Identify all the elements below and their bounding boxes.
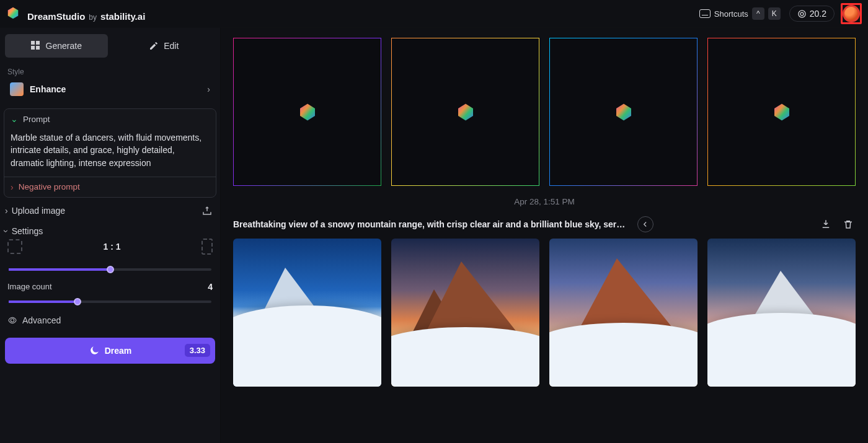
top-bar: DreamStudio by stability.ai Shortcuts ^ … — [0, 0, 868, 28]
style-selector[interactable]: Enhance › — [4, 77, 216, 101]
shortcut-key-1: ^ — [752, 7, 764, 20]
chevron-right-icon: › — [5, 206, 8, 216]
logo-hex-icon — [6, 6, 20, 20]
spinner-icon — [296, 101, 319, 123]
brand-logo[interactable]: DreamStudio by stability.ai — [6, 6, 145, 22]
user-avatar[interactable] — [843, 5, 860, 22]
credits-pill[interactable]: 20.2 — [789, 6, 835, 22]
negative-prompt-header[interactable]: › Negative prompt — [4, 177, 216, 197]
svg-marker-4 — [458, 103, 473, 120]
spinner-icon — [771, 101, 793, 123]
tab-edit-label: Edit — [164, 41, 179, 51]
prompt-block: ⌄ Prompt Marble statue of a dancers, wit… — [4, 108, 216, 198]
moon-icon — [89, 345, 100, 356]
canvas-area: Apr 28, 1:51 PM Breathtaking view of a s… — [221, 28, 868, 443]
generating-slot — [549, 38, 698, 186]
upload-image-label: Upload image — [12, 206, 202, 216]
dream-button[interactable]: Dream 3.33 — [5, 338, 215, 364]
image-count-value: 4 — [208, 282, 213, 292]
result-thumbnail[interactable] — [233, 239, 381, 387]
aspect-landscape-icon[interactable] — [7, 239, 22, 254]
aspect-slider[interactable] — [0, 255, 220, 273]
negative-prompt-title: Negative prompt — [19, 182, 80, 191]
spinner-icon — [454, 101, 477, 123]
prompt-title: Prompt — [23, 115, 50, 124]
history-prompt-text: Breathtaking view of a snowy mountain ra… — [233, 219, 630, 229]
arrow-left-icon — [641, 220, 650, 229]
tab-edit[interactable]: Edit — [113, 34, 216, 58]
spinner-icon — [613, 101, 635, 123]
chevron-down-icon: ⌄ — [11, 114, 18, 124]
svg-point-2 — [800, 12, 804, 15]
upload-icon — [202, 205, 213, 216]
eye-icon — [7, 315, 17, 325]
result-thumbnail[interactable] — [549, 239, 698, 387]
chevron-right-icon: › — [11, 182, 14, 192]
brand-by: by — [89, 13, 97, 22]
settings-label: Settings — [12, 226, 213, 236]
upload-image-row[interactable]: › Upload image — [0, 198, 220, 224]
grid-icon — [31, 41, 41, 51]
download-batch-button[interactable] — [818, 217, 833, 232]
image-count-label: Image count — [7, 282, 52, 291]
svg-marker-0 — [8, 7, 19, 18]
generating-slot — [391, 38, 539, 186]
generating-slot — [233, 38, 381, 186]
dream-label: Dream — [105, 346, 132, 356]
shortcuts-label: Shortcuts — [714, 9, 748, 19]
avatar-highlight — [841, 3, 862, 24]
generating-grid — [233, 38, 856, 186]
chevron-down-icon: › — [1, 230, 11, 233]
sidebar: Generate Edit Style Enhance › ⌄ Prompt M… — [0, 28, 221, 443]
shortcuts-button[interactable]: Shortcuts ^ K — [697, 6, 783, 21]
chevron-right-icon: › — [207, 84, 210, 94]
history-header: Breathtaking view of a snowy mountain ra… — [233, 216, 856, 232]
result-thumbnail[interactable] — [391, 239, 539, 387]
history-timestamp: Apr 28, 1:51 PM — [233, 197, 856, 206]
tab-generate[interactable]: Generate — [5, 34, 108, 58]
mode-tabs: Generate Edit — [0, 28, 220, 64]
prompt-header[interactable]: ⌄ Prompt — [4, 109, 216, 129]
pencil-icon — [149, 41, 159, 51]
image-count-row: Image count 4 — [0, 273, 220, 292]
style-selected: Enhance — [30, 84, 201, 94]
main-split: Generate Edit Style Enhance › ⌄ Prompt M… — [0, 28, 868, 443]
trash-icon — [843, 219, 854, 230]
svg-marker-6 — [774, 103, 789, 120]
settings-row[interactable]: › Settings — [0, 224, 220, 239]
generating-slot — [707, 38, 856, 186]
aspect-portrait-icon[interactable] — [202, 239, 213, 255]
advanced-toggle[interactable]: Advanced — [0, 305, 220, 334]
prompt-textarea[interactable]: Marble statue of a dancers, with fluid m… — [4, 129, 216, 177]
brand-name: DreamStudio — [27, 11, 85, 22]
style-swatch-icon — [10, 82, 24, 96]
svg-marker-5 — [616, 103, 631, 120]
delete-batch-button[interactable] — [841, 217, 856, 232]
keyboard-icon — [699, 9, 711, 18]
history-grid — [233, 239, 856, 387]
style-section-label: Style — [0, 64, 220, 77]
advanced-label: Advanced — [22, 315, 61, 325]
download-icon — [820, 219, 831, 230]
svg-marker-3 — [300, 103, 315, 120]
shortcut-key-2: K — [768, 7, 781, 20]
credits-value: 20.2 — [810, 9, 826, 19]
aspect-ratio-row: 1 : 1 — [0, 239, 220, 255]
aspect-ratio-value: 1 : 1 — [22, 242, 202, 252]
image-count-slider[interactable] — [0, 292, 220, 305]
reuse-prompt-button[interactable] — [637, 216, 653, 232]
result-thumbnail[interactable] — [707, 239, 856, 387]
credits-icon — [797, 9, 807, 19]
brand-vendor: stability.ai — [100, 11, 145, 22]
svg-point-1 — [799, 10, 805, 17]
dream-cost-badge: 3.33 — [185, 344, 210, 357]
tab-generate-label: Generate — [46, 41, 82, 51]
